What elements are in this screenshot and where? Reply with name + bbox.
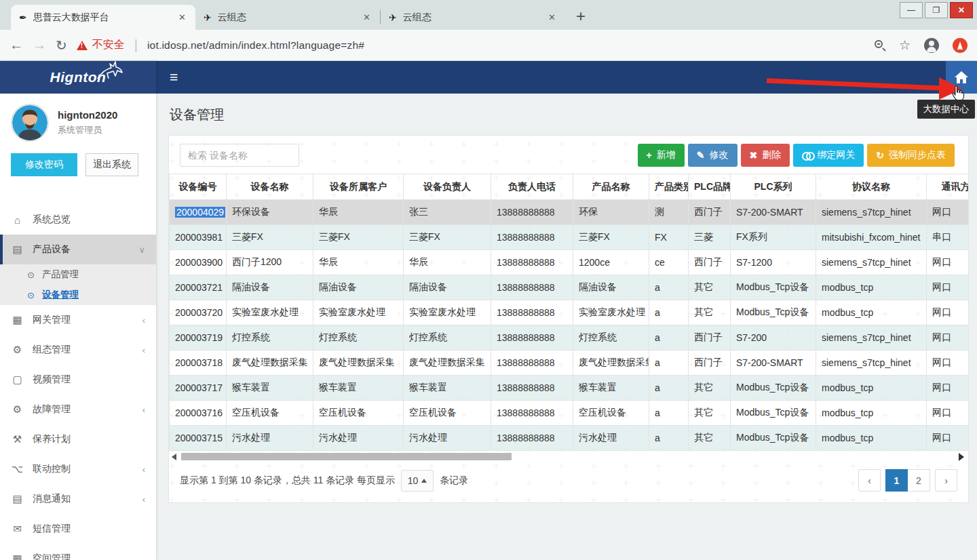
- 强制同步点表-button[interactable]: ↻强制同步点表: [867, 144, 955, 167]
- horizontal-scrollbar[interactable]: [172, 452, 965, 461]
- records-summary: 显示第 1 到第 10 条记录，总共 11 条记录 每页显示: [180, 475, 395, 487]
- sidebar-item-系统总览[interactable]: ⌂系统总览: [0, 205, 156, 235]
- table-row[interactable]: 200003721隔油设备隔油设备隔油设备13888888888隔油设备a其它M…: [170, 275, 969, 300]
- table-cell: 空压机设备: [227, 401, 313, 426]
- content-area: 设备管理 + + + + + + + + + + + + + + + + + +…: [156, 94, 977, 560]
- tab-dataplatform[interactable]: ✒ 思普云大数据平台 ✕: [11, 5, 195, 30]
- window-close-button[interactable]: ✕: [950, 2, 973, 18]
- bookmark-star-icon[interactable]: ☆: [899, 37, 911, 53]
- page-size-select[interactable]: 10: [401, 470, 434, 492]
- browser-brand-icon[interactable]: [953, 38, 968, 53]
- search-input[interactable]: [180, 144, 299, 167]
- table-cell: 灯控系统: [404, 325, 491, 351]
- table-row[interactable]: 200003716空压机设备空压机设备空压机设备13888888888空压机设备…: [170, 401, 969, 426]
- window-restore-button[interactable]: ❐: [925, 2, 948, 18]
- chevron-left-icon: ‹: [142, 315, 145, 325]
- table-cell: 网口: [927, 376, 969, 401]
- table-row[interactable]: 200003981三菱FX三菱FX三菱FX13888888888三菱FXFX三菱…: [170, 225, 969, 250]
- 删除-button[interactable]: ✖删除: [741, 144, 790, 167]
- security-status[interactable]: 不安全: [77, 38, 125, 52]
- sidebar-item-label: 保养计划: [33, 433, 145, 445]
- table-cell: 13888888888: [491, 250, 573, 275]
- table-cell: 西门子: [689, 351, 731, 376]
- table-cell: 废气处理数据采集: [573, 351, 649, 376]
- sidebar-item-消息通知[interactable]: ▤消息通知‹: [0, 484, 156, 514]
- home-button[interactable]: [946, 61, 977, 94]
- sidebar-item-组态管理[interactable]: ⚙组态管理‹: [0, 335, 156, 365]
- url-field[interactable]: iot.idosp.net/admin/index.html?language=…: [147, 39, 865, 52]
- sidebar-item-label: 故障管理: [33, 403, 134, 416]
- tab-close-icon[interactable]: ✕: [547, 12, 557, 22]
- tab-close-icon[interactable]: ✕: [177, 12, 187, 22]
- sidebar-item-设备管理[interactable]: ⊙设备管理: [0, 285, 156, 305]
- sidebar-item-产品管理[interactable]: ⊙产品管理: [0, 264, 156, 285]
- sidebar-item-视频管理[interactable]: ▢视频管理: [0, 365, 156, 395]
- table-cell: modbus_tcp: [816, 426, 927, 451]
- logo-block: Hignton: [0, 61, 156, 94]
- browser-profile-icon[interactable]: [924, 38, 939, 53]
- scroll-right-icon[interactable]: [959, 453, 964, 461]
- table-cell: 13888888888: [491, 300, 573, 325]
- sidebar-item-label: 网关管理: [33, 314, 134, 326]
- pagination-page-1[interactable]: 1: [885, 469, 908, 492]
- change-password-button[interactable]: 修改密码: [11, 153, 77, 176]
- table-cell: 环保设备: [227, 200, 313, 225]
- x-icon: ✖: [750, 150, 758, 161]
- forward-icon[interactable]: →: [33, 37, 46, 53]
- table-cell: 西门子: [689, 250, 731, 275]
- new-tab-button[interactable]: +: [576, 8, 586, 24]
- tab-title: 云组态: [403, 12, 541, 24]
- table-cell: Modbus_Tcp设备: [731, 426, 816, 451]
- tab-cloud-scada-2[interactable]: ✈ 云组态 ✕: [381, 5, 565, 30]
- table-row[interactable]: 200003717猴车装置猴车装置猴车装置13888888888猴车装置a其它M…: [170, 376, 969, 401]
- table-cell: 网口: [927, 275, 969, 300]
- sidebar-item-联动控制[interactable]: ⌥联动控制‹: [0, 454, 156, 484]
- scroll-left-icon[interactable]: [172, 454, 176, 460]
- 修改-button[interactable]: ✎修改: [688, 144, 737, 167]
- sidebar-item-label: 组态管理: [33, 344, 134, 356]
- reload-icon[interactable]: ↻: [56, 37, 67, 54]
- panel-footer: 显示第 1 到第 10 条记录，总共 11 条记录 每页显示 10 条记录 ‹1…: [169, 461, 968, 502]
- sidebar-item-产品设备[interactable]: ▤产品设备∨: [0, 235, 156, 264]
- column-header: 设备名称: [227, 174, 313, 200]
- sidebar-item-短信管理[interactable]: ✉短信管理: [0, 514, 156, 544]
- table-row[interactable]: 200003718废气处理数据采集废气处理数据采集废气处理数据采集1388888…: [170, 351, 969, 376]
- scrollbar-thumb[interactable]: [181, 453, 512, 460]
- table-cell: 200003900: [170, 250, 227, 275]
- table-row[interactable]: 200003900西门子1200华辰华辰138888888881200cece西…: [170, 250, 969, 275]
- tab-close-icon[interactable]: ✕: [362, 12, 372, 22]
- table-row[interactable]: 200003715污水处理污水处理污水处理13888888888污水处理a其它M…: [170, 426, 969, 451]
- pagination-prev[interactable]: ‹: [858, 469, 881, 492]
- table-row[interactable]: 200003719灯控系统灯控系统灯控系统13888888888灯控系统a西门子…: [170, 325, 969, 351]
- sidebar-item-故障管理[interactable]: ⚙故障管理‹: [0, 395, 156, 424]
- table-cell: 13888888888: [491, 401, 573, 426]
- table-cell: 污水处理: [404, 426, 491, 451]
- pagination-page-2[interactable]: 2: [908, 469, 930, 492]
- zoom-out-icon[interactable]: [875, 40, 885, 51]
- table-cell: 西门子1200: [227, 250, 313, 275]
- table-row[interactable]: 200004029环保设备华辰张三13888888888环保测西门子S7-200…: [170, 200, 969, 225]
- table-cell: 猴车装置: [573, 376, 649, 401]
- logout-button[interactable]: 退出系统: [85, 153, 138, 176]
- tab-cloud-scada-1[interactable]: ✈ 云组态 ✕: [195, 5, 380, 30]
- table-cell: 环保: [573, 200, 649, 225]
- table-cell: 污水处理: [227, 426, 313, 451]
- table-cell: siemens_s7tcp_hinet: [816, 200, 927, 225]
- window-minimize-button[interactable]: —: [900, 2, 923, 18]
- table-cell: 其它: [689, 376, 731, 401]
- table-cell: 隔油设备: [404, 275, 491, 300]
- hamburger-menu-icon[interactable]: ≡: [170, 69, 178, 85]
- back-icon[interactable]: ←: [9, 37, 23, 53]
- sidebar-item-保养计划[interactable]: ⚒保养计划: [0, 424, 156, 454]
- pagination-next[interactable]: ›: [935, 469, 957, 492]
- sidebar-item-网关管理[interactable]: ▦网关管理‹: [0, 305, 156, 335]
- table-cell: 200003720: [170, 300, 227, 325]
- sitemap-icon: ⌥: [11, 463, 24, 475]
- table-row[interactable]: 200003720实验室废水处理实验室废水处理实验室废水处理1388888888…: [170, 300, 969, 325]
- 绑定网关-button[interactable]: 绑定网关: [793, 144, 864, 167]
- 新增-button[interactable]: +新增: [638, 144, 685, 167]
- table-cell: 空压机设备: [573, 401, 649, 426]
- table-cell: 三菱FX: [313, 225, 404, 250]
- sidebar-item-空间管理[interactable]: ▦空间管理: [0, 544, 156, 560]
- table-cell: 200003717: [170, 376, 227, 401]
